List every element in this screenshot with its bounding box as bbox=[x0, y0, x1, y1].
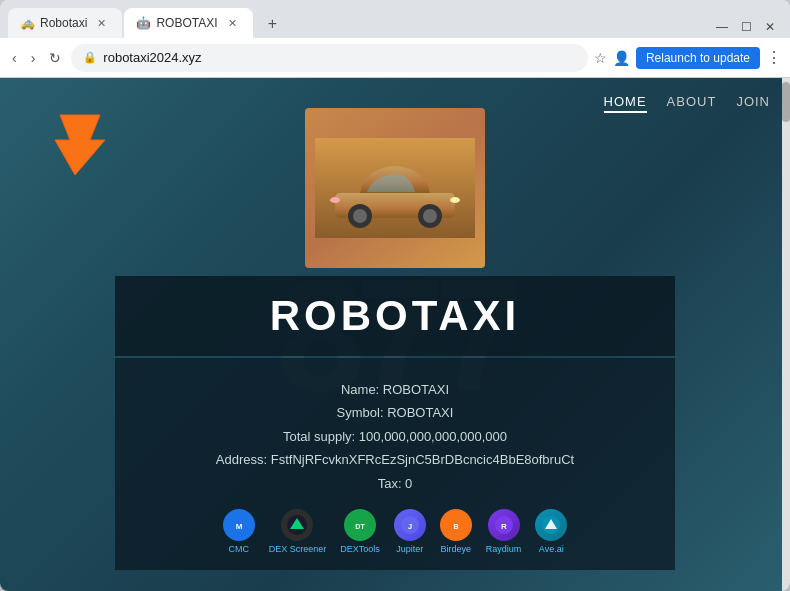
lock-icon: 🔒 bbox=[83, 51, 97, 64]
jupiter-logo: J bbox=[394, 509, 426, 541]
dextools-label: DEXTools bbox=[340, 544, 380, 554]
tab1-favicon: 🚕 bbox=[20, 16, 34, 30]
address-bar: ‹ › ↻ 🔒 robotaxi2024.xyz ☆ 👤 Relaunch to… bbox=[0, 38, 790, 78]
birdeye-logo: B bbox=[440, 509, 472, 541]
svg-text:M: M bbox=[235, 522, 242, 531]
minimize-button[interactable]: — bbox=[714, 20, 730, 34]
name-info: Name: ROBOTAXI bbox=[135, 378, 655, 401]
token-dex-screener[interactable]: DEX Screener bbox=[269, 509, 327, 554]
symbol-info: Symbol: ROBOTAXI bbox=[135, 401, 655, 424]
token-cmc[interactable]: M CMC bbox=[223, 509, 255, 554]
birdeye-label: Birdeye bbox=[441, 544, 472, 554]
window-controls: — ☐ ✕ bbox=[714, 20, 782, 38]
site-title: ROBOTAXI bbox=[270, 292, 521, 339]
tab2-favicon: 🤖 bbox=[136, 16, 150, 30]
address-actions: ☆ 👤 Relaunch to update ⋮ bbox=[594, 47, 782, 69]
svg-point-10 bbox=[330, 197, 340, 203]
tax-info: Tax: 0 bbox=[135, 472, 655, 495]
info-text: Name: ROBOTAXI Symbol: ROBOTAXI Total su… bbox=[135, 378, 655, 495]
token-jupiter[interactable]: J Jupiter bbox=[394, 509, 426, 554]
svg-point-6 bbox=[353, 209, 367, 223]
svg-text:R: R bbox=[501, 522, 507, 531]
token-raydium[interactable]: R Raydium bbox=[486, 509, 522, 554]
aveai-logo bbox=[535, 509, 567, 541]
site-nav: HOME ABOUT JOIN bbox=[584, 78, 790, 129]
bookmark-icon[interactable]: ☆ bbox=[594, 50, 607, 66]
svg-point-9 bbox=[450, 197, 460, 203]
svg-point-8 bbox=[423, 209, 437, 223]
raydium-label: Raydium bbox=[486, 544, 522, 554]
forward-button[interactable]: › bbox=[27, 46, 40, 70]
cmc-label: CMC bbox=[228, 544, 249, 554]
address-info: Address: FstfNjRFcvknXFRcEzSjnC5BrDBcnci… bbox=[135, 448, 655, 471]
maximize-button[interactable]: ☐ bbox=[738, 20, 754, 34]
tab2-close[interactable]: ✕ bbox=[224, 15, 241, 32]
scrollbar-thumb[interactable] bbox=[782, 82, 790, 122]
raydium-logo: R bbox=[488, 509, 520, 541]
token-icons: M CMC DEX Screener DT DEXTools bbox=[135, 509, 655, 554]
profile-icon[interactable]: 👤 bbox=[613, 50, 630, 66]
tab-bar: 🚕 Robotaxi ✕ 🤖 ROBOTAXI ✕ + — ☐ ✕ bbox=[0, 0, 790, 38]
tab-robotaxi-active[interactable]: 🤖 ROBOTAXI ✕ bbox=[124, 8, 252, 38]
car-image bbox=[305, 108, 485, 268]
tab-robotaxi[interactable]: 🚕 Robotaxi ✕ bbox=[8, 8, 122, 38]
dex-screener-label: DEX Screener bbox=[269, 544, 327, 554]
token-dextools[interactable]: DT DEXTools bbox=[340, 509, 380, 554]
tab1-title: Robotaxi bbox=[40, 16, 87, 30]
dex-screener-logo bbox=[281, 509, 313, 541]
tab1-close[interactable]: ✕ bbox=[93, 15, 110, 32]
url-box[interactable]: 🔒 robotaxi2024.xyz bbox=[71, 44, 588, 72]
svg-text:DT: DT bbox=[355, 523, 365, 530]
token-birdeye[interactable]: B Birdeye bbox=[440, 509, 472, 554]
chrome-menu-icon[interactable]: ⋮ bbox=[766, 48, 782, 67]
title-bar: ROBOTAXI bbox=[115, 276, 675, 356]
close-button[interactable]: ✕ bbox=[762, 20, 778, 34]
token-aveai[interactable]: Ave.ai bbox=[535, 509, 567, 554]
svg-marker-1 bbox=[55, 115, 105, 175]
reload-button[interactable]: ↻ bbox=[45, 46, 65, 70]
svg-text:B: B bbox=[453, 523, 458, 530]
nav-join[interactable]: JOIN bbox=[736, 94, 770, 113]
nav-home[interactable]: HOME bbox=[604, 94, 647, 113]
url-text: robotaxi2024.xyz bbox=[103, 50, 201, 65]
nav-about[interactable]: ABOUT bbox=[667, 94, 717, 113]
aveai-label: Ave.ai bbox=[539, 544, 564, 554]
tab2-title: ROBOTAXI bbox=[156, 16, 217, 30]
dextools-logo: DT bbox=[344, 509, 376, 541]
new-tab-button[interactable]: + bbox=[259, 10, 287, 38]
info-box: Name: ROBOTAXI Symbol: ROBOTAXI Total su… bbox=[115, 358, 675, 570]
jupiter-label: Jupiter bbox=[396, 544, 423, 554]
relaunch-button[interactable]: Relaunch to update bbox=[636, 47, 760, 69]
back-button[interactable]: ‹ bbox=[8, 46, 21, 70]
supply-info: Total supply: 100,000,000,000,000,000 bbox=[135, 425, 655, 448]
svg-text:J: J bbox=[408, 522, 412, 531]
arrow-annotation bbox=[20, 110, 140, 170]
browser-window: 🚕 Robotaxi ✕ 🤖 ROBOTAXI ✕ + — ☐ ✕ ‹ › ↻ … bbox=[0, 0, 790, 591]
car-svg bbox=[315, 138, 475, 238]
cmc-logo: M bbox=[223, 509, 255, 541]
scrollbar[interactable] bbox=[782, 78, 790, 591]
webpage: 877 HOME ABOUT JOIN bbox=[0, 78, 790, 591]
